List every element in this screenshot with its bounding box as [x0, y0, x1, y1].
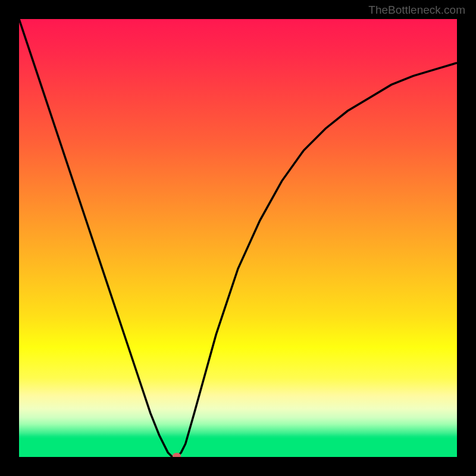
minimum-marker [173, 453, 181, 457]
curve-line [19, 19, 457, 457]
watermark-text: TheBottleneck.com [368, 4, 465, 17]
chart-plot-area [19, 19, 457, 457]
bottleneck-curve-svg [19, 19, 457, 457]
